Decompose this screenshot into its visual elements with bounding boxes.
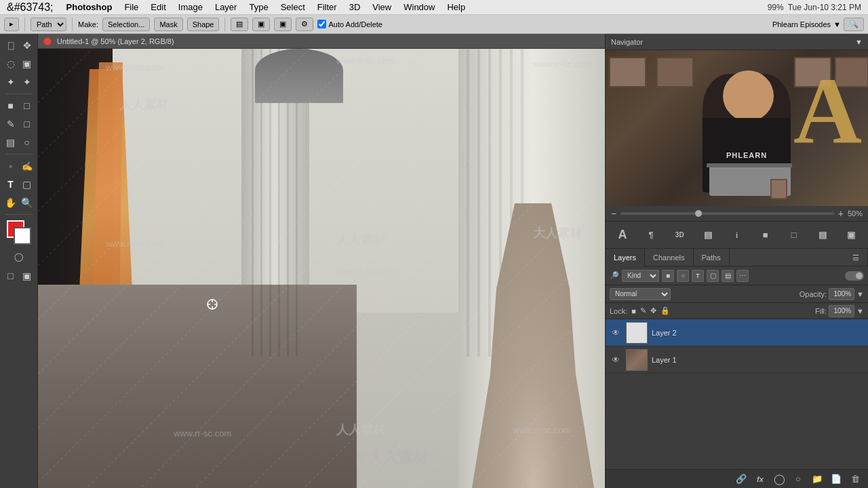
tab-layers[interactable]: Layers: [606, 249, 645, 266]
tool-icon-btn[interactable]: ▸: [4, 18, 19, 31]
menu-type[interactable]: Type: [243, 2, 274, 12]
dodge-tool[interactable]: ◦: [3, 157, 19, 175]
navigator-header[interactable]: Navigator ▼: [606, 34, 868, 50]
shape-tool[interactable]: ▢: [19, 176, 35, 193]
layer-fx-btn[interactable]: fx: [753, 472, 768, 486]
zoom-track[interactable]: [620, 212, 834, 215]
layer-link-btn[interactable]: 🔗: [734, 472, 749, 486]
brush-eraser-pair: ✎ □: [3, 115, 35, 133]
info-btn[interactable]: i: [724, 225, 749, 245]
opacity-chevron[interactable]: ▼: [856, 290, 864, 298]
color-btn[interactable]: ■: [753, 225, 778, 245]
layer-row-1[interactable]: 👁 Layer 1: [606, 346, 868, 373]
opacity-input[interactable]: [829, 288, 854, 300]
path-arrange-btn[interactable]: ▣: [274, 18, 292, 31]
layer-kind-select[interactable]: Kind Name Effect Mode: [622, 270, 659, 282]
auto-add-check[interactable]: Auto Add/Delete: [317, 20, 382, 28]
brush-tool[interactable]: ✎: [3, 115, 19, 133]
app-name[interactable]: Photoshop: [60, 2, 119, 12]
patterns-btn[interactable]: ▣: [839, 225, 863, 245]
filter-type-btn[interactable]: T: [692, 270, 704, 282]
selection-btn[interactable]: Selection...: [102, 18, 150, 31]
search-btn[interactable]: 🔍: [844, 18, 864, 31]
fill-input[interactable]: [829, 305, 854, 317]
layer-2-visibility[interactable]: 👁: [610, 327, 622, 339]
path-ops-btn[interactable]: ▤: [231, 18, 248, 31]
filter-toggle[interactable]: 🔎: [610, 271, 619, 280]
swatches-btn[interactable]: □: [782, 225, 806, 245]
type-tool[interactable]: T: [3, 176, 19, 193]
filter-adj-btn[interactable]: ○: [677, 270, 689, 282]
zoom-thumb[interactable]: [695, 210, 702, 217]
workspace-chevron[interactable]: ▼: [833, 20, 841, 28]
path-select[interactable]: Path: [31, 18, 66, 31]
layer-group-btn[interactable]: 📁: [810, 472, 825, 486]
canvas-close-btn[interactable]: [43, 37, 52, 45]
menu-edit[interactable]: Edit: [144, 2, 172, 12]
path-align-btn[interactable]: ▣: [252, 18, 270, 31]
background-color[interactable]: [14, 227, 31, 245]
zoom-in-btn[interactable]: +: [838, 208, 844, 219]
mask-btn[interactable]: Mask: [154, 18, 182, 31]
eraser-tool[interactable]: □: [19, 115, 35, 133]
menu-file[interactable]: File: [118, 2, 144, 12]
filter-enable-toggle[interactable]: [845, 271, 864, 281]
layers-lock-row: Lock: ■ ✎ ✥ 🔒 Fill: ▼: [606, 303, 868, 319]
zoom-out-btn[interactable]: −: [611, 208, 616, 219]
magic-wand-tool[interactable]: ✦: [3, 73, 19, 91]
shape-btn[interactable]: Shape: [187, 18, 220, 31]
fill-chevron[interactable]: ▼: [856, 307, 864, 315]
healing-tool[interactable]: ■: [3, 97, 19, 115]
clone-tool[interactable]: □: [19, 97, 35, 115]
blend-mode-select[interactable]: Normal Multiply Screen Overlay: [610, 288, 671, 300]
layer-adj-btn[interactable]: ○: [791, 472, 806, 486]
gradient-tool[interactable]: ▤: [3, 134, 19, 151]
menu-help[interactable]: Help: [441, 2, 471, 12]
filter-smart-btn[interactable]: ▤: [722, 270, 734, 282]
layer-delete-btn[interactable]: 🗑: [848, 472, 863, 486]
layer-row-2[interactable]: 👁 Layer 2: [606, 319, 868, 346]
blur-tool[interactable]: ○: [19, 134, 35, 151]
lock-pixels-btn[interactable]: ■: [631, 307, 636, 315]
hand-tool[interactable]: ✋: [3, 194, 19, 211]
lock-position-btn[interactable]: ✥: [650, 306, 656, 315]
quick-mask-btn[interactable]: ◯: [3, 249, 35, 264]
apple-menu[interactable]: &#63743;: [0, 1, 60, 14]
3d-btn[interactable]: 3D: [667, 225, 692, 245]
menu-layer[interactable]: Layer: [209, 2, 243, 12]
tab-channels[interactable]: Channels: [645, 249, 693, 266]
character-panel-btn[interactable]: A: [610, 225, 635, 245]
layers-menu-btn[interactable]: ☰: [844, 249, 868, 266]
menu-window[interactable]: Window: [397, 2, 441, 12]
gradient-panel-btn[interactable]: ▤: [810, 225, 835, 245]
auto-add-checkbox[interactable]: [317, 20, 326, 28]
filter-pixel-btn[interactable]: ■: [662, 270, 674, 282]
menu-select[interactable]: Select: [275, 2, 311, 12]
marquee-tool[interactable]: ⎕: [3, 37, 19, 54]
tab-paths[interactable]: Paths: [694, 249, 730, 266]
crop-tool[interactable]: ▣: [19, 55, 35, 73]
navigator-collapse-icon[interactable]: ▼: [855, 38, 863, 46]
lock-paint-btn[interactable]: ✎: [640, 306, 646, 315]
layer-mask-btn[interactable]: ◯: [772, 472, 787, 486]
layer-1-visibility[interactable]: 👁: [610, 354, 622, 366]
pen-tool[interactable]: ✍: [19, 157, 35, 175]
layer-new-btn[interactable]: 📄: [829, 472, 844, 486]
canvas-image-container[interactable]: www.rr-sc.com www.rr-sc.com www.rr-sc.co…: [38, 49, 605, 488]
settings-btn[interactable]: ⚙: [296, 18, 313, 31]
menu-filter[interactable]: Filter: [311, 2, 343, 12]
filter-more-btn[interactable]: ⋯: [736, 270, 749, 282]
lasso-tool[interactable]: ◌: [3, 55, 19, 73]
screen-mode-btn2[interactable]: ▣: [19, 267, 35, 285]
lock-all-btn[interactable]: 🔒: [660, 306, 670, 315]
histogram-btn[interactable]: ▤: [696, 225, 720, 245]
filter-shape-btn[interactable]: ▢: [707, 270, 719, 282]
zoom-tool[interactable]: 🔍: [19, 194, 35, 211]
menu-image[interactable]: Image: [172, 2, 209, 12]
paragraph-panel-btn[interactable]: ¶: [639, 225, 663, 245]
eyedropper-tool[interactable]: ✦: [19, 73, 35, 91]
screen-mode-btn[interactable]: □: [3, 267, 19, 285]
menu-3d[interactable]: 3D: [343, 2, 367, 12]
move-tool[interactable]: ✥: [19, 37, 35, 54]
menu-view[interactable]: View: [366, 2, 397, 12]
